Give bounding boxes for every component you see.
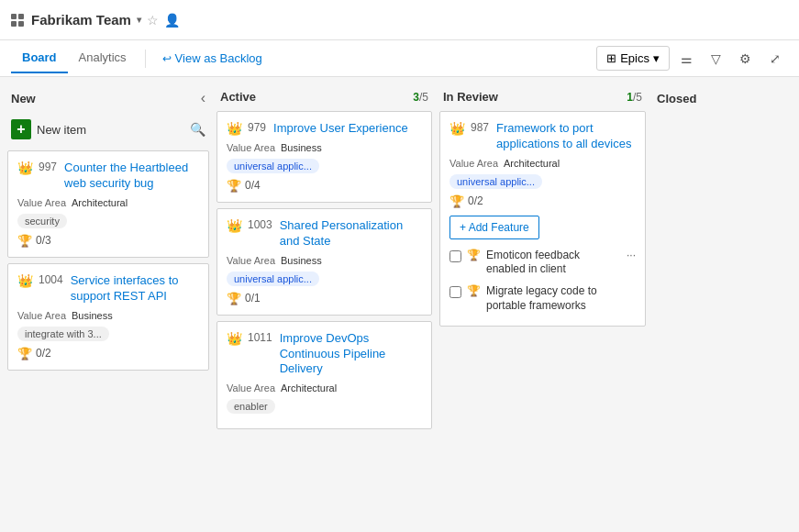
- column-closed: Closed ›: [653, 84, 799, 525]
- favorite-star-icon[interactable]: ☆: [147, 13, 159, 28]
- card-987-crown-icon: 👑: [449, 121, 465, 136]
- nav-separator: [145, 50, 146, 68]
- settings-icon[interactable]: ⚙: [732, 46, 759, 72]
- card-1011-crown-icon: 👑: [227, 331, 242, 346]
- card-987-tag[interactable]: universal applic...: [449, 174, 542, 189]
- feature-item-2: 🏆 Migrate legacy code to portable framew…: [449, 281, 636, 316]
- feature-item-1: 🏆 Emoticon feedback enabled in client ··…: [449, 245, 636, 281]
- feature-1-checkbox[interactable]: [449, 250, 461, 262]
- card-987-title[interactable]: Framework to port applications to all de…: [496, 121, 636, 152]
- app-grid-icon: [11, 14, 24, 27]
- card-1003-value-label: Value Area: [227, 255, 275, 266]
- card-987-id: 987: [471, 121, 489, 134]
- card-997-tag[interactable]: security: [17, 214, 67, 228]
- card-1003-value-area: Value Area Business: [227, 255, 422, 266]
- card-1003-trophy-icon: 🏆: [227, 292, 241, 305]
- epics-chevron-icon: ▾: [653, 51, 660, 65]
- card-987-value-label: Value Area: [449, 158, 498, 169]
- app-title[interactable]: Fabrikam Team ▾: [31, 12, 141, 28]
- card-979-tag[interactable]: universal applic...: [227, 159, 319, 173]
- collapse-new-button[interactable]: ‹: [201, 90, 205, 106]
- card-997-id: 997: [39, 161, 57, 173]
- backlog-icon: ↩: [162, 52, 172, 65]
- card-987-score: 0/2: [468, 194, 483, 207]
- card-979-header: 👑 979 Improve User Experience: [227, 121, 422, 137]
- card-1003-footer: 🏆 0/1: [227, 292, 422, 305]
- feature-2-title: Migrate legacy code to portable framewor…: [486, 284, 636, 313]
- card-1004-score: 0/2: [36, 347, 51, 360]
- column-count-current-active: 3: [413, 91, 419, 104]
- card-997-crown-icon: 👑: [17, 161, 33, 175]
- card-987-footer: 🏆 0/2: [449, 194, 636, 208]
- card-1004[interactable]: 👑 1004 Service interfaces to support RES…: [7, 263, 209, 371]
- column-count-total-in-review: 5: [636, 91, 642, 104]
- card-1011-value: Architectural: [281, 382, 337, 393]
- add-feature-button[interactable]: + Add Feature: [449, 216, 539, 239]
- epics-label: Epics: [620, 51, 649, 65]
- card-1003-score: 0/1: [245, 292, 261, 305]
- card-979-value: Business: [281, 142, 322, 153]
- card-997[interactable]: 👑 997 Counter the Heartbleed web securit…: [7, 150, 209, 258]
- column-count-in-review: 1/5: [627, 91, 642, 104]
- column-header-new: New ‹: [7, 84, 209, 114]
- board-area: New ‹ + New item 🔍 👑 997 Counter the Hea…: [0, 77, 799, 532]
- epics-button[interactable]: ⊞ Epics ▾: [596, 46, 670, 71]
- card-1004-trophy-icon: 🏆: [17, 347, 32, 360]
- add-new-item-button[interactable]: +: [11, 119, 31, 139]
- card-997-title[interactable]: Counter the Heartbleed web security bug: [64, 161, 199, 192]
- cards-container-in-review: 👑 987 Framework to port applications to …: [439, 111, 646, 327]
- expand-icon[interactable]: ⤢: [762, 46, 788, 72]
- card-979-score: 0/4: [245, 179, 261, 192]
- card-979-title[interactable]: Improve User Experience: [273, 121, 422, 137]
- cards-container-active: 👑 979 Improve User Experience Value Area…: [216, 111, 432, 429]
- card-1003-title[interactable]: Shared Personalization and State: [280, 218, 422, 249]
- column-active: Active 3/5 👑 979 Improve User Experience…: [216, 84, 432, 525]
- card-997-score: 0/3: [36, 234, 51, 247]
- search-button[interactable]: 🔍: [190, 122, 205, 137]
- card-1011[interactable]: 👑 1011 Improve DevOps Continuous Pipelin…: [216, 321, 432, 430]
- card-1011-id: 1011: [248, 331, 272, 344]
- card-1003[interactable]: 👑 1003 Shared Personalization and State …: [216, 208, 432, 316]
- card-1011-tag[interactable]: enabler: [227, 399, 275, 414]
- card-979-crown-icon: 👑: [227, 121, 242, 136]
- card-997-footer: 🏆 0/3: [17, 234, 199, 248]
- card-1003-id: 1003: [248, 218, 272, 231]
- view-as-backlog-button[interactable]: ↩ View as Backlog: [153, 46, 272, 71]
- card-979-id: 979: [248, 121, 266, 134]
- tab-board[interactable]: Board: [11, 43, 68, 73]
- team-chevron-icon[interactable]: ▾: [137, 15, 141, 25]
- feature-2-checkbox[interactable]: [449, 286, 461, 298]
- card-997-header: 👑 997 Counter the Heartbleed web securit…: [17, 161, 199, 192]
- card-1004-tag[interactable]: integrate with 3...: [17, 327, 109, 341]
- card-1004-header: 👑 1004 Service interfaces to support RES…: [17, 273, 199, 305]
- columns-settings-icon[interactable]: ⚌: [673, 46, 700, 72]
- card-987-trophy-icon: 🏆: [449, 194, 464, 208]
- card-987[interactable]: 👑 987 Framework to port applications to …: [439, 111, 646, 327]
- card-1004-crown-icon: 👑: [17, 273, 33, 288]
- card-997-value-area: Value Area Architectural: [17, 197, 199, 208]
- column-count-current-in-review: 1: [627, 91, 633, 104]
- person-icon[interactable]: 👤: [164, 13, 180, 28]
- card-1003-crown-icon: 👑: [227, 218, 242, 233]
- card-987-value-area: Value Area Architectural: [449, 158, 636, 169]
- card-1004-value-area: Value Area Business: [17, 310, 199, 321]
- card-987-header: 👑 987 Framework to port applications to …: [449, 121, 636, 152]
- column-count-total-active: 5: [422, 91, 428, 104]
- tab-analytics[interactable]: Analytics: [68, 43, 138, 73]
- card-1011-header: 👑 1011 Improve DevOps Continuous Pipelin…: [227, 331, 422, 378]
- card-979-value-area: Value Area Business: [227, 142, 422, 153]
- add-feature-section: + Add Feature 🏆 Emoticon feedback enable…: [449, 216, 636, 316]
- feature-1-more-icon[interactable]: ···: [627, 249, 636, 261]
- card-1004-id: 1004: [39, 273, 63, 286]
- view-as-backlog-label: View as Backlog: [175, 51, 262, 65]
- card-1004-title[interactable]: Service interfaces to support REST API: [71, 273, 199, 305]
- column-header-closed: Closed ›: [653, 84, 799, 114]
- epics-grid-icon: ⊞: [606, 51, 616, 65]
- card-1011-title[interactable]: Improve DevOps Continuous Pipeline Deliv…: [280, 331, 422, 378]
- card-979[interactable]: 👑 979 Improve User Experience Value Area…: [216, 111, 432, 203]
- filter-icon[interactable]: ▽: [704, 46, 728, 72]
- feature-1-title: Emoticon feedback enabled in client: [486, 249, 621, 277]
- column-count-active: 3/5: [413, 91, 428, 104]
- card-1003-tag[interactable]: universal applic...: [227, 272, 319, 286]
- team-name: Fabrikam Team: [31, 12, 131, 28]
